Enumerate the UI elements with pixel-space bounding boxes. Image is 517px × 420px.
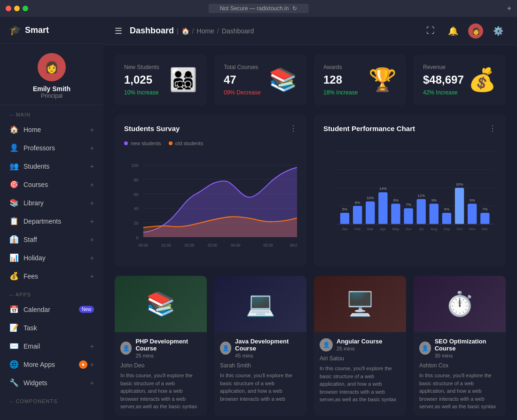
expand-icon: + (90, 144, 94, 152)
performance-chart-card: Student Performance Chart ⋮ (314, 115, 506, 266)
home-icon: 🏠 (9, 125, 19, 134)
instructor-avatar: 👤 (320, 338, 333, 351)
calendar-icon: 📅 (9, 305, 19, 314)
sidebar-item-more-apps[interactable]: 🌐 More Apps ● + (0, 355, 103, 373)
sidebar-item-email[interactable]: ✉️ Email + (0, 337, 103, 355)
sidebar-item-label: More Apps (24, 361, 55, 368)
sidebar-item-label: Departments (24, 218, 61, 225)
sidebar-item-label: Widgets (24, 379, 47, 387)
hamburger-icon[interactable]: ☰ (115, 26, 122, 36)
svg-rect-44 (468, 204, 477, 225)
course-duration: 45 mins (235, 353, 301, 358)
more-apps-icon: 🌐 (9, 360, 19, 369)
stat-label: New Students (124, 64, 159, 70)
svg-rect-46 (480, 213, 489, 224)
stat-label: Total Courses (224, 64, 261, 70)
sidebar-item-departments[interactable]: 📋 Departments + (0, 212, 103, 230)
stat-value: 128 (323, 73, 358, 86)
sidebar-item-students[interactable]: 👥 Students + (0, 157, 103, 175)
sidebar-item-home[interactable]: 🏠 Home + (0, 120, 103, 139)
svg-text:Jul: Jul (419, 227, 423, 231)
expand-icon: + (90, 181, 94, 188)
minimize-button[interactable] (14, 6, 20, 11)
fullscreen-icon[interactable]: ⛶ (423, 23, 438, 39)
sidebar-item-holiday[interactable]: 📊 Holiday + (0, 249, 103, 267)
sidebar-item-task[interactable]: 📝 Task (0, 319, 103, 337)
user-avatar[interactable]: 👩 (468, 23, 483, 39)
chart-menu-icon[interactable]: ⋮ (489, 124, 496, 133)
course-card-angular[interactable]: 🖥️ 👤 Angular Course 25 mins Airi Satou I… (314, 276, 406, 416)
svg-text:7%: 7% (482, 207, 487, 211)
svg-rect-36 (417, 199, 426, 224)
svg-rect-32 (391, 204, 400, 225)
task-icon: 📝 (9, 323, 19, 332)
svg-rect-30 (378, 192, 387, 224)
svg-text:16%: 16% (456, 182, 463, 187)
svg-text:03:00: 03:00 (208, 243, 218, 248)
courses-grid: 📚 👤 PHP Development Course 25 mins John … (115, 276, 506, 416)
app-container: 🎓 Smart 👩 Emily Smith Principal -- MAIN … (0, 17, 517, 420)
course-card-java[interactable]: 💻 👤 Java Development Course 45 mins Sara… (214, 276, 306, 416)
course-name: Angular Course (337, 338, 383, 345)
sidebar-item-label: Students (24, 163, 49, 170)
svg-text:9%: 9% (470, 198, 475, 202)
stat-card-courses: Total Courses 47 09% Decrease 📚 (214, 54, 306, 105)
course-card-seo[interactable]: ⏱️ 👤 SEO Optimization Course 30 mins Ash… (414, 276, 506, 416)
course-image: ⏱️ (414, 276, 506, 332)
svg-text:60: 60 (133, 192, 138, 197)
stat-change: 10% Increase (124, 89, 159, 96)
svg-text:01:00: 01:00 (162, 243, 172, 248)
breadcrumb: Dashboard | 🏠 / Home / Dashboard (130, 26, 254, 36)
stat-value: $48,697 (423, 73, 464, 86)
url-bar[interactable]: Not Secure — radixtouch.in ↻ (209, 4, 309, 13)
sidebar-item-fees[interactable]: 💰 Fees + (0, 267, 103, 285)
chart-menu-icon[interactable]: ⋮ (290, 124, 297, 133)
email-icon: ✉️ (9, 342, 19, 350)
notification-icon[interactable]: 🔔 (446, 23, 461, 39)
logo-icon: 🎓 (9, 24, 21, 36)
chart-legend: new students old students (124, 140, 297, 146)
new-tab-button[interactable]: + (507, 4, 511, 13)
svg-text:Oct: Oct (457, 227, 463, 231)
staff-icon: 👔 (9, 235, 19, 244)
course-duration: 25 mins (135, 353, 201, 358)
url-text: Not Secure — radixtouch.in (220, 5, 289, 12)
svg-text:11%: 11% (417, 194, 425, 198)
svg-rect-26 (353, 206, 362, 224)
expand-icon: + (90, 361, 94, 368)
close-button[interactable] (6, 6, 11, 11)
fees-icon: 💰 (9, 272, 19, 280)
stat-value: 1,025 (124, 73, 159, 86)
sidebar-item-professors[interactable]: 👤 Professors + (0, 139, 103, 157)
stat-label: Awards (323, 64, 358, 70)
sidebar: 🎓 Smart 👩 Emily Smith Principal -- MAIN … (0, 17, 103, 420)
course-desc: In this course, you'll explore the basic… (320, 365, 400, 404)
professors-icon: 👤 (9, 143, 19, 152)
page-title: Dashboard (130, 26, 174, 36)
sidebar-item-staff[interactable]: 👔 Staff + (0, 230, 103, 249)
refresh-icon[interactable]: ↻ (292, 5, 297, 12)
sidebar-item-widgets[interactable]: 🔧 Widgets + (0, 373, 103, 392)
course-name: SEO Optimization Course (435, 338, 500, 352)
stat-value: 47 (224, 73, 261, 86)
sidebar-profile: 👩 Emily Smith Principal (0, 44, 103, 105)
sidebar-item-courses[interactable]: 🎯 Courses + (0, 175, 103, 194)
course-duration: 25 mins (337, 346, 383, 351)
svg-text:7%: 7% (406, 202, 411, 207)
svg-text:10%: 10% (367, 196, 374, 200)
sidebar-item-calendar[interactable]: 📅 Calendar New (0, 300, 103, 319)
window-controls (6, 6, 28, 11)
breadcrumb-home-link[interactable]: Home (197, 27, 214, 35)
bar-chart: 5% 8% 10% 14% 9% (323, 140, 496, 255)
home-icon: 🏠 (181, 27, 189, 35)
charts-row: Students Survay ⋮ new students old stude… (115, 115, 506, 266)
stat-card-awards: Awards 128 18% Increase 🏆 (314, 54, 406, 105)
maximize-button[interactable] (23, 6, 28, 11)
profile-name: Emily Smith (33, 85, 70, 93)
course-card-php[interactable]: 📚 👤 PHP Development Course 25 mins John … (115, 276, 207, 416)
sidebar-item-label: Task (24, 324, 37, 332)
course-desc: In this course, you'll explore the basic… (120, 372, 201, 411)
stat-label: Revenue (423, 64, 464, 70)
settings-icon[interactable]: ⚙️ (491, 23, 506, 39)
sidebar-item-library[interactable]: 📚 Library + (0, 194, 103, 212)
